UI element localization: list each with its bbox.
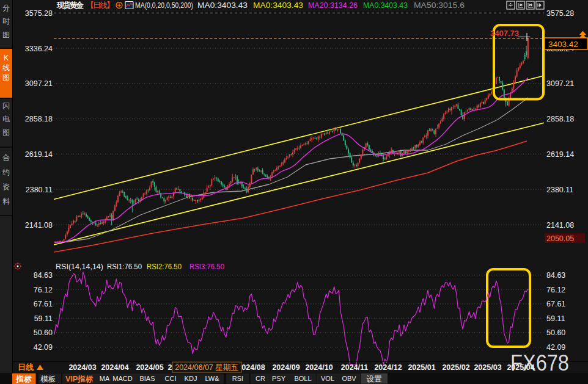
svg-text:图: 图 <box>2 73 10 82</box>
svg-text:42.09: 42.09 <box>34 343 53 352</box>
svg-text:MA: MA <box>100 375 110 382</box>
svg-text:2024/09: 2024/09 <box>272 363 300 372</box>
svg-text:2141.08: 2141.08 <box>25 221 53 230</box>
svg-text:2141.08: 2141.08 <box>546 221 574 230</box>
svg-text:3403.42: 3403.42 <box>548 40 578 49</box>
svg-text:料: 料 <box>2 197 10 206</box>
svg-text:2858.18: 2858.18 <box>25 115 53 123</box>
svg-text:时: 时 <box>2 17 10 26</box>
svg-text:MA50:3015.6: MA50:3015.6 <box>414 1 465 10</box>
svg-text:59.11: 59.11 <box>34 314 53 323</box>
svg-text:3097.21: 3097.21 <box>25 79 53 88</box>
svg-text:RSI2:76.50: RSI2:76.50 <box>147 263 182 271</box>
svg-text:OBV: OBV <box>342 375 356 382</box>
svg-text:2024/11: 2024/11 <box>341 363 369 372</box>
svg-text:合: 合 <box>2 153 10 162</box>
svg-text:RSI(14,14,14): RSI(14,14,14) <box>56 263 103 271</box>
svg-text:CR: CR <box>255 375 265 382</box>
svg-text:电: 电 <box>2 115 10 123</box>
svg-text:3336.24: 3336.24 <box>25 45 53 53</box>
svg-text:50.60: 50.60 <box>34 328 53 337</box>
svg-text:VIP指标: VIP指标 <box>65 375 94 383</box>
svg-text:84.63: 84.63 <box>546 271 565 280</box>
svg-text:MA0:3403.43: MA0:3403.43 <box>363 1 408 10</box>
svg-text:LW&: LW& <box>205 375 219 382</box>
svg-text:3407.73: 3407.73 <box>490 29 519 38</box>
svg-text:约: 约 <box>2 168 10 176</box>
svg-text:2858.18: 2858.18 <box>546 115 574 123</box>
svg-text:2025/02: 2025/02 <box>442 363 469 372</box>
svg-text:设置: 设置 <box>367 375 383 383</box>
svg-text:84.63: 84.63 <box>34 271 53 280</box>
svg-text:MA0:3403.43: MA0:3403.43 <box>253 1 303 10</box>
svg-text:BOLL: BOLL <box>294 375 311 382</box>
svg-text:指标: 指标 <box>16 375 32 383</box>
svg-text:日线: 日线 <box>18 363 34 372</box>
svg-text:2024/12: 2024/12 <box>374 363 402 372</box>
svg-text:2024/05: 2024/05 <box>136 363 163 372</box>
svg-text:RSI1:76.50: RSI1:76.50 <box>107 263 142 271</box>
svg-text:CCI: CCI <box>165 375 177 382</box>
svg-text:线: 线 <box>2 63 10 72</box>
svg-text:67.61: 67.61 <box>34 300 53 308</box>
svg-text:现货黄金: 现货黄金 <box>56 1 84 10</box>
svg-text:2619.14: 2619.14 <box>25 150 53 159</box>
svg-text:K: K <box>4 54 9 62</box>
svg-text:闪: 闪 <box>2 101 10 110</box>
svg-text:分: 分 <box>2 4 10 12</box>
svg-text:2619.14: 2619.14 <box>546 150 574 159</box>
svg-text:MA0:3403.43: MA0:3403.43 <box>197 1 248 10</box>
svg-text:RSI: RSI <box>232 375 243 382</box>
svg-text:50.60: 50.60 <box>546 328 565 337</box>
svg-text:资: 资 <box>2 183 10 191</box>
svg-text:2050.05: 2050.05 <box>546 234 574 243</box>
svg-text:PSY: PSY <box>272 375 286 382</box>
svg-text:59.11: 59.11 <box>546 314 565 323</box>
svg-text:3097.21: 3097.21 <box>546 79 574 88</box>
svg-text:2024/04: 2024/04 <box>101 363 128 372</box>
svg-text:MA20:3134.26: MA20:3134.26 <box>308 1 358 10</box>
svg-text:2025/04: 2025/04 <box>507 363 534 372</box>
svg-text:3575.28: 3575.28 <box>546 9 574 18</box>
svg-text:2025/03: 2025/03 <box>474 363 501 372</box>
svg-text:3575.28: 3575.28 <box>25 9 53 18</box>
svg-text:76.12: 76.12 <box>34 286 53 294</box>
svg-text:BIAS: BIAS <box>139 375 155 382</box>
svg-text:MACD: MACD <box>112 375 132 382</box>
svg-text:2024/10: 2024/10 <box>305 363 333 372</box>
svg-text:2025/01: 2025/01 <box>408 363 435 372</box>
svg-text:2380.11: 2380.11 <box>546 186 573 194</box>
svg-text:MA(0,0,20,0,50,200): MA(0,0,20,0,50,200) <box>135 1 193 10</box>
svg-text:2024/06/07 星期五: 2024/06/07 星期五 <box>175 363 238 372</box>
svg-text:2024/03: 2024/03 <box>68 363 96 372</box>
svg-text:【日线】: 【日线】 <box>86 1 114 10</box>
svg-text:67.61: 67.61 <box>546 300 565 308</box>
svg-text:RSI3:76.50: RSI3:76.50 <box>189 263 224 271</box>
svg-text:模板: 模板 <box>40 375 56 383</box>
svg-text:图: 图 <box>2 31 10 39</box>
svg-text:图: 图 <box>2 128 10 137</box>
svg-text:VOL: VOL <box>321 375 334 382</box>
svg-text:76.12: 76.12 <box>546 286 565 294</box>
svg-text:KDJ: KDJ <box>185 375 197 382</box>
svg-text:2380.11: 2380.11 <box>26 186 53 194</box>
